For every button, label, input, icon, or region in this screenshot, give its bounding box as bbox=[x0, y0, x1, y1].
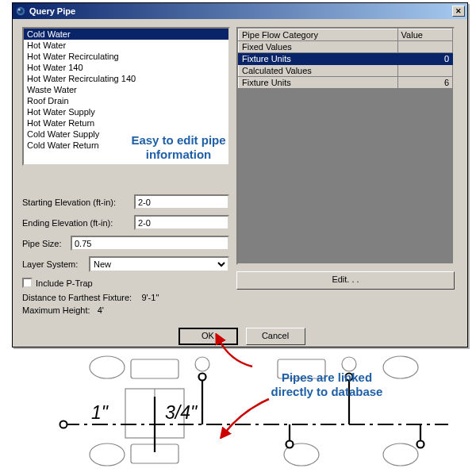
query-pipe-dialog: Query Pipe ✕ Cold WaterHot WaterHot Wate… bbox=[12, 2, 468, 347]
titlebar[interactable]: Query Pipe ✕ bbox=[13, 3, 467, 19]
distance-label: Distance to Farthest Fixture: bbox=[22, 293, 132, 302]
list-item[interactable]: Hot Water Return bbox=[24, 117, 228, 129]
pipe-size-1: 1" bbox=[91, 402, 109, 423]
svg-point-25 bbox=[18, 9, 21, 11]
svg-point-22 bbox=[417, 441, 424, 448]
svg-point-11 bbox=[383, 443, 418, 466]
cancel-button[interactable]: Cancel bbox=[246, 328, 305, 345]
ptrap-label: Include P-Trap bbox=[36, 278, 93, 288]
app-icon bbox=[15, 6, 26, 17]
checkbox-box bbox=[22, 278, 33, 288]
svg-point-2 bbox=[195, 357, 209, 371]
include-ptrap-checkbox[interactable]: Include P-Trap bbox=[22, 278, 230, 288]
ok-button[interactable]: OK bbox=[178, 328, 238, 345]
list-item[interactable]: Hot Water 140 bbox=[24, 62, 228, 73]
list-item[interactable]: Roof Drain bbox=[24, 95, 228, 106]
grid-header[interactable]: Value bbox=[397, 29, 452, 41]
distance-value: 9'-1" bbox=[141, 293, 159, 302]
svg-point-4 bbox=[342, 357, 356, 371]
list-item[interactable]: Cold Water Supply bbox=[24, 129, 228, 140]
svg-point-0 bbox=[90, 356, 125, 378]
pipe-size-2: 3/4" bbox=[165, 402, 198, 423]
list-item[interactable]: Hot Water bbox=[24, 40, 228, 51]
list-item[interactable]: Hot Water Recirculating 140 bbox=[24, 73, 228, 84]
ending-elev-label: Ending Elevation (ft-in): bbox=[22, 218, 129, 228]
svg-rect-3 bbox=[278, 359, 325, 378]
layer-system-select[interactable]: New bbox=[89, 256, 229, 272]
flow-grid[interactable]: Pipe Flow CategoryValueFixed ValuesFixtu… bbox=[236, 27, 455, 265]
svg-rect-1 bbox=[131, 359, 178, 378]
pipe-size-input[interactable] bbox=[71, 236, 229, 251]
svg-point-5 bbox=[383, 356, 418, 378]
maxheight-label: Maximum Height: bbox=[22, 305, 90, 315]
grid-row[interactable]: Fixed Values bbox=[239, 41, 453, 53]
grid-row[interactable]: Calculated Values bbox=[239, 65, 453, 77]
svg-point-16 bbox=[199, 374, 206, 381]
grid-row[interactable]: Fixture Units6 bbox=[239, 77, 453, 89]
list-item[interactable]: Hot Water Supply bbox=[24, 106, 228, 117]
starting-elev-input[interactable] bbox=[134, 194, 229, 209]
list-item[interactable]: Cold Water bbox=[24, 29, 228, 40]
maxheight-value: 4' bbox=[98, 305, 104, 315]
svg-point-20 bbox=[346, 374, 353, 381]
list-item[interactable]: Waste Water bbox=[24, 84, 228, 95]
grid-row[interactable]: Fixture Units0 bbox=[239, 53, 453, 65]
grid-header[interactable]: Pipe Flow Category bbox=[239, 29, 398, 41]
ending-elev-input[interactable] bbox=[134, 215, 229, 230]
pipe-type-list[interactable]: Cold WaterHot WaterHot Water Recirculati… bbox=[22, 27, 230, 166]
list-item[interactable]: Hot Water Recirculating bbox=[24, 51, 228, 62]
svg-point-13 bbox=[60, 421, 67, 428]
background-drawing: 1" 3/4" bbox=[48, 353, 460, 468]
close-button[interactable]: ✕ bbox=[452, 6, 465, 17]
list-item[interactable]: Cold Water Return bbox=[24, 140, 228, 151]
edit-button[interactable]: Edit. . . bbox=[236, 271, 455, 290]
pipe-size-label: Pipe Size: bbox=[22, 239, 66, 248]
svg-point-6 bbox=[90, 443, 125, 466]
window-title: Query Pipe bbox=[29, 6, 75, 16]
svg-point-18 bbox=[286, 441, 294, 448]
layer-system-label: Layer System: bbox=[22, 259, 84, 269]
starting-elev-label: Starting Elevation (ft-in): bbox=[22, 198, 129, 207]
